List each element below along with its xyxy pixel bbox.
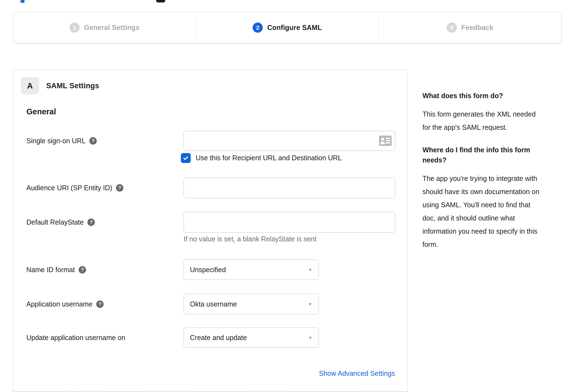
chevron-down-icon: ▾ — [309, 267, 311, 273]
update-application-username-selected-value: Create and update — [190, 334, 247, 342]
sidebar-body-what: This form generates the XML needed for t… — [422, 107, 564, 134]
chevron-down-icon: ▾ — [309, 301, 311, 307]
checkmark-icon — [183, 155, 189, 161]
help-icon[interactable]: ? — [96, 300, 104, 308]
step-configure-saml[interactable]: 2 Configure SAML — [196, 12, 378, 43]
step-1-label: General Settings — [84, 24, 140, 32]
step-general-settings[interactable]: 1 General Settings — [13, 12, 196, 43]
cropped-blue-element-fragment — [21, 0, 24, 3]
use-for-recipient-destination-checkbox[interactable] — [181, 153, 191, 163]
wizard-stepper: 1 General Settings 2 Configure SAML 3 Fe… — [13, 12, 562, 43]
name-id-format-select[interactable]: Unspecified ▾ — [184, 260, 319, 280]
help-icon[interactable]: ? — [89, 137, 97, 145]
default-relaystate-label: Default RelayState — [26, 218, 84, 226]
application-username-label: Application username — [26, 300, 92, 308]
step-2-label: Configure SAML — [267, 24, 322, 32]
update-application-username-label: Update application username on — [26, 334, 125, 342]
application-username-select[interactable]: Okta username ▾ — [184, 294, 319, 314]
audience-uri-label: Audience URI (SP Entity ID) — [26, 184, 112, 192]
show-advanced-settings-link[interactable]: Show Advanced Settings — [319, 369, 395, 377]
section-title: SAML Settings — [46, 77, 99, 94]
application-username-label-row: Application username ? — [26, 300, 104, 308]
saml-settings-panel: A SAML Settings General Single sign-on U… — [13, 70, 408, 392]
sidebar-heading-where: Where do I find the info this form needs… — [422, 145, 564, 165]
update-application-username-select[interactable]: Create and update ▾ — [184, 327, 319, 348]
sidebar-heading-what: What does this form do? — [422, 91, 564, 101]
name-id-format-label: Name ID format — [26, 266, 75, 274]
help-sidebar: What does this form do? This form genera… — [422, 91, 564, 262]
single-sign-on-url-label-row: Single sign-on URL ? — [26, 137, 97, 145]
step-3-number-badge: 3 — [447, 23, 457, 33]
name-id-format-selected-value: Unspecified — [190, 266, 226, 274]
section-a-badge: A — [21, 77, 39, 94]
name-id-format-label-row: Name ID format ? — [26, 266, 86, 274]
use-for-recipient-destination-label: Use this for Recipient URL and Destinati… — [196, 154, 342, 162]
contact-card-autofill-icon[interactable] — [379, 136, 392, 146]
sidebar-body-where: The app you're trying to integrate with … — [422, 172, 564, 251]
single-sign-on-url-label: Single sign-on URL — [26, 137, 85, 145]
general-group-heading: General — [26, 107, 56, 116]
step-feedback[interactable]: 3 Feedback — [378, 12, 561, 43]
help-icon[interactable]: ? — [87, 219, 95, 226]
help-icon[interactable]: ? — [79, 266, 86, 274]
default-relaystate-label-row: Default RelayState ? — [26, 218, 95, 226]
help-icon[interactable]: ? — [116, 184, 123, 192]
step-1-number-badge: 1 — [70, 23, 80, 33]
relaystate-hint-text: If no value is set, a blank RelayState i… — [184, 235, 317, 243]
cropped-dark-icon-fragment — [156, 0, 165, 2]
update-application-username-label-row: Update application username on — [26, 334, 125, 342]
audience-uri-label-row: Audience URI (SP Entity ID) ? — [26, 184, 123, 192]
step-3-label: Feedback — [461, 24, 493, 32]
single-sign-on-url-input[interactable] — [184, 131, 395, 151]
chevron-down-icon: ▾ — [309, 335, 311, 341]
step-2-number-badge: 2 — [253, 23, 263, 33]
application-username-selected-value: Okta username — [190, 300, 237, 308]
default-relaystate-input[interactable] — [184, 212, 395, 233]
dashed-section-divider — [13, 391, 407, 392]
audience-uri-input[interactable] — [184, 178, 395, 198]
